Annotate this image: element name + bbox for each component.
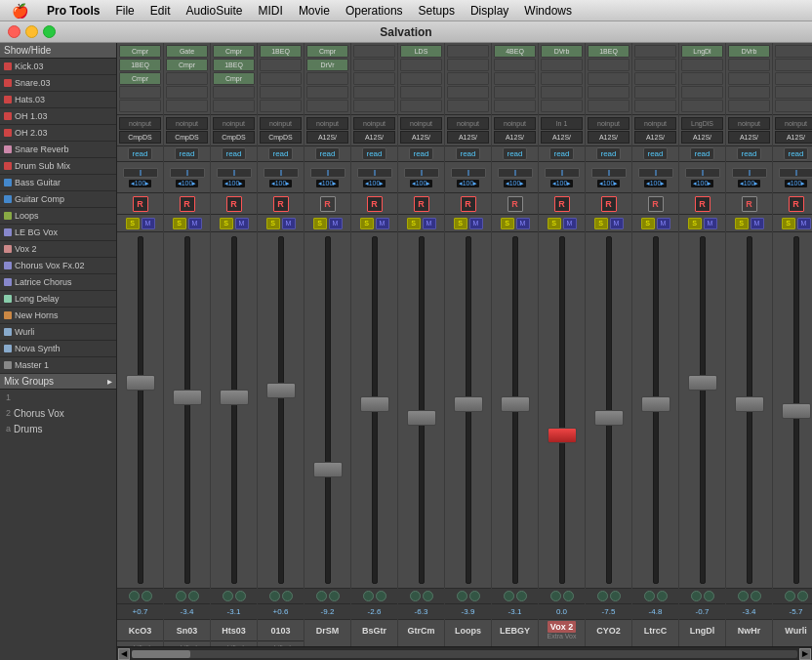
mix-group-item[interactable]: 2Chorus Vox: [0, 405, 116, 421]
sidebar-track-guitarcomp[interactable]: Guitar Comp: [0, 191, 116, 208]
apple-menu[interactable]: 🍎: [0, 3, 39, 19]
solo-button[interactable]: S: [501, 218, 514, 229]
record-arm-button[interactable]: R: [601, 196, 617, 212]
record-arm-button[interactable]: R: [133, 196, 148, 212]
auto-mode-button[interactable]: read: [690, 147, 713, 160]
fader-thumb[interactable]: [454, 396, 483, 412]
send-knob-1[interactable]: [363, 591, 374, 601]
record-arm-button[interactable]: R: [320, 196, 336, 212]
fader-thumb[interactable]: [594, 410, 624, 426]
mix-group-item[interactable]: 1: [0, 390, 116, 405]
solo-button[interactable]: S: [782, 218, 795, 229]
sidebar-track-vox2[interactable]: Vox 2: [0, 241, 116, 258]
fader-thumb[interactable]: [548, 428, 577, 443]
mute-button[interactable]: M: [188, 218, 202, 229]
sidebar-track-lebgvox[interactable]: LE BG Vox: [0, 225, 116, 241]
output-slot[interactable]: CmpDS: [119, 131, 161, 144]
send-knob-2[interactable]: [657, 591, 668, 601]
menu-midi[interactable]: MIDI: [251, 2, 291, 20]
send-knob-1[interactable]: [316, 591, 327, 601]
send-knob-2[interactable]: [142, 591, 152, 601]
insert-slot[interactable]: [634, 72, 676, 85]
insert-slot[interactable]: [166, 100, 208, 112]
insert-slot[interactable]: 4BEQ: [494, 45, 536, 58]
send-knob-1[interactable]: [223, 591, 233, 601]
insert-slot[interactable]: [588, 100, 629, 112]
insert-slot[interactable]: [588, 72, 629, 85]
pan-knob[interactable]: [591, 168, 627, 178]
minimize-button[interactable]: [25, 25, 38, 38]
insert-slot[interactable]: [447, 100, 489, 112]
sidebar-track-snare03[interactable]: Snare.03: [0, 75, 116, 92]
pan-knob[interactable]: [404, 168, 439, 178]
insert-slot[interactable]: Cmpr: [306, 45, 348, 58]
solo-button[interactable]: S: [735, 218, 749, 229]
sidebar-track-novasynth[interactable]: Nova Synth: [0, 341, 116, 357]
mute-button[interactable]: M: [797, 218, 811, 229]
mute-button[interactable]: M: [563, 218, 577, 229]
input-slot[interactable]: noinput: [306, 117, 348, 130]
input-slot[interactable]: noinput: [447, 117, 489, 130]
output-slot[interactable]: A12S/: [588, 131, 629, 144]
send-knob-1[interactable]: [738, 591, 749, 601]
sidebar-track-chorusvoxfx02[interactable]: Chorus Vox Fx.02: [0, 258, 116, 274]
input-slot[interactable]: noinput: [775, 117, 812, 130]
pan-knob[interactable]: [264, 168, 299, 178]
mute-button[interactable]: M: [704, 218, 717, 229]
insert-slot[interactable]: Cmpr: [213, 45, 255, 58]
auto-mode-button[interactable]: read: [737, 147, 760, 160]
menu-movie[interactable]: Movie: [291, 2, 338, 20]
insert-slot[interactable]: [634, 45, 676, 58]
input-slot[interactable]: noinput: [119, 117, 161, 130]
solo-button[interactable]: S: [173, 218, 186, 229]
insert-slot[interactable]: [775, 72, 812, 85]
input-slot[interactable]: noinput: [728, 117, 770, 130]
output-slot[interactable]: A12S/: [541, 131, 583, 144]
output-slot[interactable]: A12S/: [634, 131, 676, 144]
send-knob-2[interactable]: [469, 591, 480, 601]
input-slot[interactable]: noinput: [166, 117, 208, 130]
record-arm-button[interactable]: R: [461, 196, 476, 212]
pan-knob[interactable]: [779, 168, 813, 178]
output-slot[interactable]: A12S/: [353, 131, 395, 144]
insert-slot[interactable]: LngDl: [681, 45, 723, 58]
fader-thumb[interactable]: [688, 375, 717, 391]
output-slot[interactable]: A12S/: [681, 131, 723, 144]
send-knob-1[interactable]: [644, 591, 655, 601]
insert-slot[interactable]: [494, 72, 536, 85]
pan-knob[interactable]: [123, 168, 158, 178]
insert-slot[interactable]: [541, 86, 583, 99]
insert-slot[interactable]: [447, 45, 489, 58]
send-knob-2[interactable]: [282, 591, 293, 601]
scroll-left[interactable]: ◀: [118, 648, 130, 660]
sidebar-track-oh203[interactable]: OH 2.03: [0, 125, 116, 142]
menu-file[interactable]: File: [107, 2, 142, 20]
input-slot[interactable]: noinput: [400, 117, 442, 130]
auto-mode-button[interactable]: read: [175, 147, 198, 160]
insert-slot[interactable]: [353, 86, 395, 99]
record-arm-button[interactable]: R: [789, 196, 804, 212]
insert-slot[interactable]: [260, 100, 302, 112]
insert-slot[interactable]: [447, 86, 489, 99]
insert-slot[interactable]: [306, 72, 348, 85]
insert-slot[interactable]: [306, 86, 348, 99]
output-slot[interactable]: A12S/: [728, 131, 770, 144]
solo-button[interactable]: S: [313, 218, 327, 229]
sidebar-track-master1[interactable]: Master 1: [0, 357, 116, 374]
insert-slot[interactable]: 1BEQ: [588, 45, 629, 58]
send-knob-2[interactable]: [704, 591, 714, 601]
pan-knob[interactable]: [217, 168, 252, 178]
output-slot[interactable]: CmpDS: [213, 131, 255, 144]
menu-audiosuite[interactable]: AudioSuite: [178, 2, 250, 20]
fader-thumb[interactable]: [266, 383, 296, 398]
insert-slot[interactable]: DVrb: [541, 45, 583, 58]
insert-slot[interactable]: [119, 100, 161, 112]
send-knob-1[interactable]: [504, 591, 514, 601]
pan-knob[interactable]: [685, 168, 720, 178]
insert-slot[interactable]: [728, 59, 770, 71]
pan-knob[interactable]: [170, 168, 205, 178]
scroll-thumb[interactable]: [132, 650, 190, 658]
insert-slot[interactable]: [494, 100, 536, 112]
insert-slot[interactable]: [775, 45, 812, 58]
send-knob-2[interactable]: [751, 591, 761, 601]
